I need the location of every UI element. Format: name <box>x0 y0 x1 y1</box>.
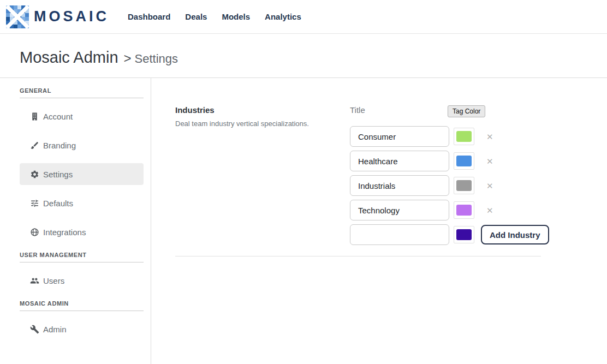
tag-color-fill <box>456 229 472 240</box>
nav-link-analytics[interactable]: Analytics <box>265 12 301 21</box>
tag-color-label: Tag Color <box>448 105 485 117</box>
nav-link-dashboard[interactable]: Dashboard <box>128 12 170 21</box>
page-header: Mosaic Admin>Settings <box>0 34 607 78</box>
page-subtitle: Settings <box>135 52 178 65</box>
industries-section-description: Deal team industry vertical specializati… <box>175 120 350 128</box>
building-icon <box>30 112 39 121</box>
tag-color-fill <box>456 156 472 166</box>
sidebar-item-branding[interactable]: Branding <box>20 134 144 156</box>
industries-form: Title Tag Color ✕ ✕ ✕ <box>350 105 549 249</box>
sidebar-section-user-management: USER MANAGEMENT <box>20 252 144 262</box>
globe-icon <box>30 228 39 237</box>
tools-icon <box>30 325 39 334</box>
paintbrush-icon <box>30 141 39 150</box>
industry-title-input[interactable] <box>350 151 449 171</box>
remove-industry-icon[interactable]: ✕ <box>486 133 493 141</box>
industry-title-input[interactable] <box>350 200 449 220</box>
section-divider <box>175 256 541 256</box>
sidebar-item-integrations[interactable]: Users Integrations <box>20 221 144 243</box>
sidebar-item-settings[interactable]: Settings <box>20 163 144 185</box>
tag-color-fill <box>456 180 472 191</box>
tag-color-fill <box>456 131 472 142</box>
top-navigation-bar: MOSAIC Dashboard Deals Models Analytics <box>0 0 607 34</box>
brand-logo[interactable]: MOSAIC <box>5 5 109 29</box>
remove-industry-icon[interactable]: ✕ <box>486 157 493 165</box>
nav-link-models[interactable]: Models <box>222 12 250 21</box>
new-industry-title-input[interactable] <box>350 224 449 245</box>
sidebar-item-admin[interactable]: Admin <box>20 318 144 340</box>
title-column-label: Title <box>350 105 454 115</box>
industries-info: Industries Deal team industry vertical s… <box>175 105 350 249</box>
industry-title-input[interactable] <box>350 175 449 196</box>
sidebar-item-label: Admin <box>43 325 67 334</box>
industry-row: ✕ <box>350 175 549 196</box>
sidebar-item-label: Defaults <box>43 199 73 208</box>
gear-icon <box>30 170 39 179</box>
sidebar-item-label: Integrations <box>43 228 86 237</box>
users-icon <box>30 276 39 285</box>
tag-color-picker[interactable] <box>454 201 474 219</box>
tag-color-picker[interactable] <box>454 226 474 243</box>
industries-section-title: Industries <box>175 105 350 115</box>
sidebar-item-label: Branding <box>43 141 76 150</box>
tag-color-picker[interactable] <box>454 177 474 194</box>
sidebar-section-mosaic-admin: MOSAIC ADMIN <box>20 300 144 311</box>
remove-industry-icon[interactable]: ✕ <box>486 206 493 214</box>
remove-industry-icon[interactable]: ✕ <box>486 182 493 190</box>
settings-sidebar: GENERAL Account Branding Settings Defaul… <box>0 78 151 364</box>
industry-row: ✕ <box>350 151 549 171</box>
page-title: Mosaic Admin <box>20 49 118 66</box>
tag-color-picker[interactable] <box>454 152 474 170</box>
sidebar-item-defaults[interactable]: Defaults <box>20 192 144 214</box>
sidebar-item-label: Users <box>43 276 64 285</box>
sliders-icon <box>30 199 39 208</box>
add-industry-button[interactable]: Add Industry <box>481 225 549 244</box>
industry-title-input[interactable] <box>350 126 449 147</box>
industry-row: ✕ <box>350 200 549 220</box>
sidebar-item-label: Settings <box>43 170 73 179</box>
tag-color-fill <box>456 205 472 216</box>
sidebar-item-label: Account <box>43 112 73 121</box>
industries-form-header: Title Tag Color <box>350 105 549 117</box>
breadcrumb-separator: > <box>124 51 132 65</box>
sidebar-item-users[interactable]: Users <box>20 270 144 291</box>
industry-row: ✕ <box>350 126 549 147</box>
nav-link-deals[interactable]: Deals <box>185 12 207 21</box>
mosaic-logo-icon <box>5 5 29 29</box>
sidebar-item-account[interactable]: Account <box>20 105 144 127</box>
settings-content: Industries Deal team industry vertical s… <box>151 78 607 364</box>
tag-color-picker[interactable] <box>454 128 474 145</box>
brand-wordmark: MOSAIC <box>34 8 109 25</box>
new-industry-row: Add Industry <box>350 224 549 245</box>
top-nav-links: Dashboard Deals Models Analytics <box>128 12 301 21</box>
sidebar-section-general: GENERAL <box>20 87 144 98</box>
